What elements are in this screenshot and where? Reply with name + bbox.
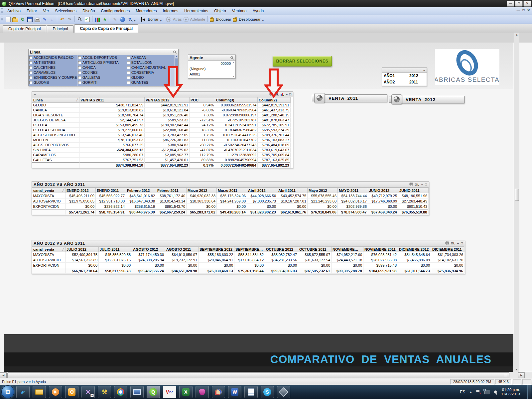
dimension-cell[interactable]: CARAMELOS	[32, 153, 79, 158]
value-cell[interactable]: $0.00	[187, 204, 217, 209]
value-cell[interactable]: 1.75%	[190, 133, 215, 138]
value-cell[interactable]: $24,443,571.18	[332, 257, 363, 263]
menu-informes[interactable]: Informes	[160, 8, 182, 14]
menu-herramientas[interactable]: Herramientas	[181, 8, 211, 14]
column-header[interactable]: Marzo 2012	[187, 188, 217, 193]
value-cell[interactable]: $766,077.25	[79, 143, 145, 148]
column-header[interactable]: Linea	[32, 97, 79, 103]
start-button[interactable]: ⊞	[1, 385, 14, 398]
database-icon[interactable]	[196, 386, 209, 398]
value-cell[interactable]: 0.1103101047762	[215, 138, 258, 143]
windows-explorer-icon[interactable]	[33, 386, 46, 398]
value-cell[interactable]: $0.00	[66, 263, 99, 268]
new-file-icon[interactable]	[5, 16, 11, 23]
column-header[interactable]: JUNIO 2011	[398, 188, 429, 193]
value-cell[interactable]: -6.03%	[190, 108, 215, 113]
value-cell[interactable]: $54,138,744.44	[338, 193, 368, 199]
mdi-minimize-button[interactable]: —	[517, 8, 520, 12]
value-cell[interactable]: $14,561,323.89	[66, 257, 99, 263]
value-cell[interactable]: $153,809,495.73	[79, 123, 145, 128]
value-cell[interactable]: $796,103,083.27	[258, 138, 291, 143]
column-header[interactable]: Abril 2011	[277, 188, 308, 193]
value-cell[interactable]: $74,952,217.60	[332, 252, 363, 257]
visual-studio-icon[interactable]	[81, 386, 95, 398]
value-cell[interactable]: $76,028,251.42	[363, 252, 398, 257]
value-cell[interactable]: $34,281,233.56	[265, 257, 298, 263]
menu-editar[interactable]: Editar	[24, 8, 40, 14]
value-cell[interactable]: $52,400,394.75	[66, 252, 99, 257]
dimension-cell[interactable]: GALLETAS	[32, 158, 79, 163]
value-cell[interactable]: $380,934.82	[145, 143, 190, 148]
value-cell[interactable]: $0.00	[132, 263, 165, 268]
value-cell[interactable]: $6,465,896.09	[398, 257, 431, 263]
notes-icon[interactable]	[112, 16, 118, 23]
linea-search-icon[interactable]	[173, 50, 177, 54]
value-cell[interactable]: $0.00	[308, 204, 338, 209]
column-header[interactable]: DICIEMBRE 2012	[398, 247, 431, 252]
menu-objeto[interactable]: Objeto	[211, 8, 229, 14]
save-icon[interactable]	[27, 16, 33, 23]
value-cell[interactable]: $2,144,541.57	[79, 118, 145, 123]
value-cell[interactable]: $12,361,076.15	[99, 257, 132, 263]
value-cell[interactable]: 112.79%	[190, 153, 215, 158]
value-cell[interactable]: $709,376,701.44	[258, 133, 291, 138]
menu-diseño[interactable]: Diseño	[79, 8, 98, 14]
dimension-cell[interactable]: ACCESORIOS P/GLOBO	[32, 133, 79, 138]
value-cell[interactable]: $783,619,643.07	[258, 148, 291, 153]
word-icon[interactable]	[228, 386, 241, 398]
value-cell[interactable]: $20,846,864.91	[199, 257, 234, 263]
dimension-cell[interactable]: AUTOSERVICIO	[32, 257, 66, 263]
menu-ver[interactable]: Ver	[40, 8, 52, 14]
current-selections-icon[interactable]	[84, 16, 90, 23]
help-icon[interactable]	[119, 16, 126, 23]
value-cell[interactable]: $787,163,025.85	[258, 158, 291, 163]
agente-option[interactable]: (Ninguno)	[188, 66, 235, 71]
borrar-button[interactable]: Borrar	[147, 17, 160, 21]
context-help-icon[interactable]	[126, 16, 133, 23]
value-cell[interactable]: $442,819,191.91	[145, 103, 190, 108]
menu-marcadores[interactable]: Marcadores	[133, 8, 160, 14]
vnc-viewer-icon[interactable]	[163, 386, 176, 398]
value-cell[interactable]: $2,085,962.77	[145, 153, 190, 158]
value-cell[interactable]: $55,678,555.46	[308, 193, 338, 199]
print-table-icon[interactable]	[409, 183, 413, 186]
value-cell[interactable]: $17,016,864.12	[234, 257, 265, 263]
menu-ventana[interactable]: Ventana	[229, 8, 250, 14]
qlikview-icon[interactable]	[147, 386, 160, 398]
agente-option[interactable]: 00000	[188, 61, 235, 66]
value-cell[interactable]: $11,975,050.65	[66, 199, 96, 204]
table-minimize-icon[interactable]: −	[286, 93, 288, 96]
internet-explorer-icon[interactable]	[16, 386, 30, 398]
value-cell[interactable]: 1.1279122838092	[215, 153, 258, 158]
borrar-dropdown-icon[interactable]: ▾	[160, 19, 162, 22]
value-cell[interactable]: -47.07%	[190, 148, 215, 153]
adelante-button[interactable]: Adelante	[189, 17, 206, 21]
column-header[interactable]: Febreo 2011	[156, 188, 187, 193]
value-cell[interactable]: $78,110,053.63	[79, 138, 145, 143]
menu-archivo[interactable]: Archivo	[4, 8, 24, 14]
borrar-selecciones-button[interactable]: BORRAR SELECCIONES	[273, 56, 332, 66]
mdi-restore-button[interactable]: □	[523, 8, 525, 12]
export-excel-icon[interactable]: XL	[451, 242, 456, 245]
mdi-close-button[interactable]: ✕	[527, 8, 530, 12]
dimension-cell[interactable]: CANICA	[32, 108, 79, 113]
value-cell[interactable]: $12,931,710.00	[96, 199, 126, 204]
value-cell[interactable]: $44,028,666.50	[247, 193, 277, 199]
value-cell[interactable]: $38,761,172.40	[156, 193, 187, 199]
toolbar-overflow-icon[interactable]: ▾	[134, 19, 136, 22]
value-cell[interactable]: $64,913,856.07	[165, 252, 199, 257]
value-cell[interactable]: $27,263,448.49	[398, 199, 429, 204]
agente-search-icon[interactable]	[230, 56, 234, 60]
scroll-left-icon[interactable]: ◀	[0, 372, 7, 378]
value-cell[interactable]: $24,032,816.17	[338, 199, 368, 204]
value-cell[interactable]: $0.00	[217, 204, 247, 209]
menu-ayuda[interactable]: Ayuda	[250, 8, 267, 14]
print-icon[interactable]	[34, 16, 41, 23]
linea-option[interactable]: GLOOMS	[29, 80, 77, 85]
value-cell[interactable]: $18,363,338.64	[187, 199, 217, 204]
value-cell[interactable]: $43,541,016.82	[126, 193, 156, 199]
linea-option[interactable]: CARAMELOS	[29, 70, 77, 75]
dimension-cell[interactable]: MOLTEN	[32, 138, 79, 143]
value-cell[interactable]: 0.072998390006197	[215, 113, 258, 118]
value-cell[interactable]: -50.27%	[190, 143, 215, 148]
